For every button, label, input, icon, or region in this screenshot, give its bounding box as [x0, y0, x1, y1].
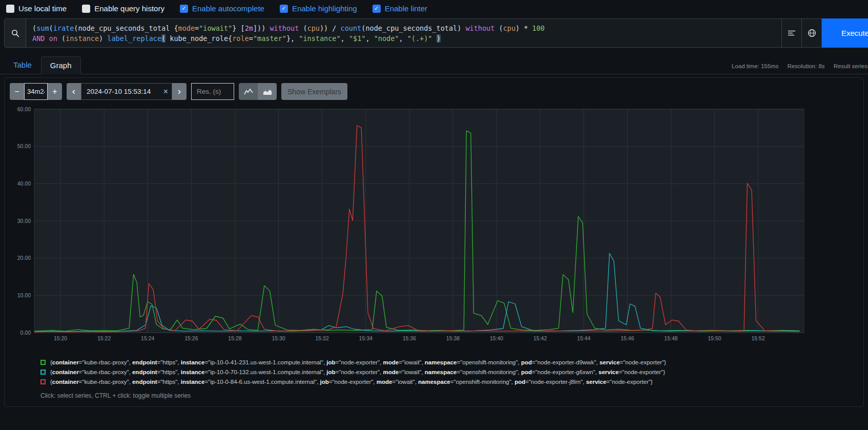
- legend-row[interactable]: {container="kube-rbac-proxy", endpoint="…: [40, 357, 863, 367]
- query-row: (sum(irate(node_cpu_seconds_total {mode=…: [4, 18, 868, 48]
- query-panel: (sum(irate(node_cpu_seconds_total {mode=…: [4, 18, 782, 48]
- globe-icon: [808, 29, 816, 37]
- tab-graph[interactable]: Graph: [41, 56, 81, 74]
- legend: {container="kube-rbac-proxy", endpoint="…: [40, 357, 863, 386]
- query-code-line: (sum(irate(node_cpu_seconds_total {mode=…: [32, 23, 775, 33]
- checkbox-label: Enable highlighting: [292, 4, 357, 13]
- increase-range-button[interactable]: +: [48, 83, 62, 100]
- setting-enable-autocomplete[interactable]: ✓Enable autocomplete: [180, 4, 264, 13]
- execute-button[interactable]: Execute: [822, 18, 868, 48]
- svg-text:40.00: 40.00: [17, 180, 31, 187]
- settings-bar: Use local timeEnable query history✓Enabl…: [0, 0, 868, 17]
- graph-canvas[interactable]: 15:2015:2215:2415:2615:2815:3015:3215:34…: [10, 106, 809, 344]
- svg-text:15:52: 15:52: [752, 335, 765, 341]
- legend-row[interactable]: {container="kube-rbac-proxy", endpoint="…: [40, 377, 863, 386]
- tab-table[interactable]: Table: [4, 56, 41, 74]
- svg-text:15:42: 15:42: [533, 335, 547, 341]
- legend-swatch: [40, 360, 46, 365]
- metrics-explorer-button[interactable]: [802, 18, 822, 48]
- svg-text:60.00: 60.00: [17, 106, 31, 112]
- legend-swatch: [40, 370, 46, 375]
- search-addon: [5, 19, 26, 47]
- graph-panel: − + ‹ × › Show Exemplars: [4, 77, 864, 407]
- back-time-button[interactable]: ‹: [67, 83, 81, 100]
- range-input[interactable]: [24, 83, 48, 100]
- tabbar: Table Graph Load time: 155ms Resolution:…: [0, 55, 868, 74]
- checkbox-label: Enable query history: [94, 4, 164, 13]
- svg-text:15:30: 15:30: [272, 335, 285, 341]
- clear-time-icon[interactable]: ×: [163, 88, 168, 96]
- search-icon: [11, 29, 19, 37]
- resolution-text: Resolution: 8s: [788, 63, 825, 69]
- checkbox-label: Use local time: [18, 4, 67, 13]
- svg-text:15:20: 15:20: [54, 335, 67, 341]
- query-code-line: AND on (instance) label_replace( kube_no…: [32, 33, 775, 44]
- result-series-text: Result series: 3: [834, 63, 868, 69]
- svg-text:0.00: 0.00: [20, 330, 31, 336]
- checkbox-unchecked-icon[interactable]: [6, 5, 14, 13]
- setting-enable-query-history[interactable]: Enable query history: [82, 4, 164, 13]
- decrease-range-button[interactable]: −: [10, 83, 24, 100]
- setting-use-local-time[interactable]: Use local time: [6, 4, 67, 13]
- show-exemplars-button[interactable]: Show Exemplars: [281, 83, 347, 100]
- line-chart-icon: [244, 88, 253, 95]
- legend-row[interactable]: {container="kube-rbac-proxy", endpoint="…: [40, 367, 863, 377]
- svg-text:15:32: 15:32: [316, 335, 329, 341]
- setting-enable-highlighting[interactable]: ✓Enable highlighting: [280, 4, 357, 13]
- graph-controls: − + ‹ × › Show Exemplars: [5, 83, 863, 100]
- svg-text:15:46: 15:46: [621, 335, 634, 341]
- svg-text:15:38: 15:38: [446, 335, 460, 341]
- svg-text:15:26: 15:26: [184, 335, 198, 341]
- stacked-graph-button[interactable]: [258, 83, 277, 100]
- svg-text:20.00: 20.00: [17, 255, 31, 261]
- range-group: − +: [10, 83, 62, 100]
- stacked-chart-icon: [263, 88, 272, 95]
- legend-labels: {container="kube-rbac-proxy", endpoint="…: [50, 379, 653, 385]
- checkbox-checked-icon[interactable]: ✓: [280, 5, 288, 13]
- svg-text:15:24: 15:24: [141, 335, 154, 341]
- resolution-input[interactable]: [191, 83, 234, 100]
- checkbox-checked-icon[interactable]: ✓: [373, 5, 381, 13]
- setting-enable-linter[interactable]: ✓Enable linter: [373, 4, 427, 13]
- datetime-input[interactable]: [81, 83, 172, 100]
- svg-text:15:40: 15:40: [490, 335, 503, 341]
- svg-text:15:44: 15:44: [577, 335, 590, 341]
- time-group: ‹ × ›: [67, 83, 187, 100]
- svg-text:15:50: 15:50: [708, 335, 721, 341]
- load-time-text: Load time: 155ms: [732, 63, 778, 69]
- checkbox-unchecked-icon[interactable]: [82, 5, 90, 13]
- legend-hint: Click: select series, CTRL + click: togg…: [40, 392, 863, 399]
- query-stats: Load time: 155ms Resolution: 8s Result s…: [725, 63, 868, 69]
- query-expression[interactable]: (sum(irate(node_cpu_seconds_total {mode=…: [26, 19, 781, 47]
- legend-swatch: [40, 379, 46, 384]
- chart-area: 15:2015:2215:2415:2615:2815:3015:3215:34…: [10, 106, 863, 344]
- forward-time-button[interactable]: ›: [172, 83, 187, 100]
- svg-text:15:28: 15:28: [228, 335, 241, 341]
- line-graph-button[interactable]: [239, 83, 258, 100]
- legend-labels: {container="kube-rbac-proxy", endpoint="…: [50, 359, 666, 365]
- svg-text:50.00: 50.00: [17, 143, 31, 149]
- format-lines-icon: [788, 29, 796, 37]
- svg-text:15:48: 15:48: [664, 335, 677, 341]
- svg-text:15:36: 15:36: [403, 335, 416, 341]
- svg-text:10.00: 10.00: [17, 292, 31, 298]
- checkbox-label: Enable autocomplete: [192, 4, 264, 13]
- legend-labels: {container="kube-rbac-proxy", endpoint="…: [50, 369, 665, 375]
- datetime-wrap: ×: [81, 83, 172, 100]
- svg-text:15:22: 15:22: [97, 335, 111, 341]
- chart-type-group: [239, 83, 277, 100]
- format-expression-button[interactable]: [782, 18, 802, 48]
- svg-text:15:34: 15:34: [359, 335, 373, 341]
- svg-text:30.00: 30.00: [17, 218, 31, 224]
- checkbox-label: Enable linter: [385, 4, 427, 13]
- checkbox-checked-icon[interactable]: ✓: [180, 5, 188, 13]
